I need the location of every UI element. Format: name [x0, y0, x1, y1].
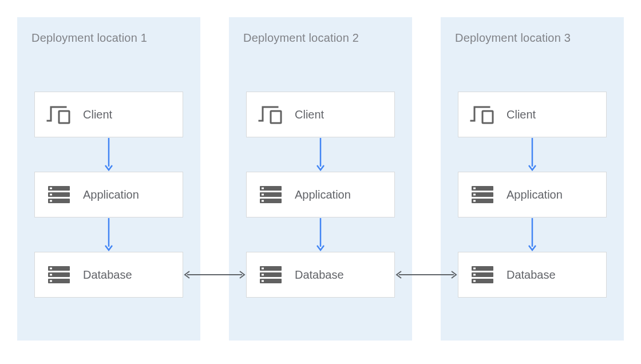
- server-icon: [470, 263, 495, 286]
- client-box: Client: [246, 92, 395, 137]
- svg-rect-35: [473, 188, 476, 189]
- svg-rect-36: [473, 194, 476, 196]
- panel-title: Deployment location 2: [243, 31, 359, 45]
- devices-icon: [46, 103, 72, 126]
- arrow-down-icon: [105, 218, 113, 251]
- server-icon: [46, 263, 72, 286]
- svg-rect-14: [50, 280, 52, 282]
- deployment-panel-1: Deployment location 1 Client A: [17, 17, 200, 341]
- svg-rect-13: [50, 274, 52, 276]
- svg-rect-22: [262, 200, 264, 202]
- application-box: Application: [246, 172, 395, 217]
- database-box: Database: [34, 252, 183, 298]
- svg-rect-6: [50, 194, 52, 196]
- database-label: Database: [507, 268, 556, 282]
- svg-rect-5: [50, 188, 52, 189]
- arrow-down-icon: [528, 138, 536, 171]
- database-label: Database: [83, 268, 132, 282]
- database-label: Database: [295, 268, 344, 282]
- svg-rect-42: [473, 268, 476, 270]
- svg-rect-44: [473, 280, 476, 282]
- arrow-down-icon: [316, 218, 325, 251]
- arrow-down-icon: [105, 138, 113, 171]
- application-box: Application: [458, 172, 607, 217]
- svg-rect-0: [59, 111, 69, 123]
- svg-rect-37: [473, 200, 476, 202]
- svg-rect-20: [262, 188, 264, 189]
- server-icon: [258, 263, 283, 286]
- svg-rect-29: [262, 280, 264, 282]
- client-label: Client: [507, 108, 536, 121]
- client-label: Client: [83, 108, 112, 121]
- arrow-down-icon: [528, 218, 536, 251]
- devices-icon: [470, 103, 495, 126]
- arrow-down-icon: [316, 138, 325, 171]
- application-label: Application: [295, 188, 351, 201]
- svg-rect-21: [262, 194, 264, 196]
- svg-rect-7: [50, 200, 52, 202]
- deployment-panel-2: Deployment location 2 Client A: [229, 17, 412, 341]
- application-label: Application: [507, 188, 563, 201]
- bidirectional-arrow-icon: [184, 271, 246, 279]
- application-box: Application: [34, 172, 183, 217]
- svg-rect-28: [262, 274, 264, 276]
- bidirectional-arrow-icon: [395, 271, 457, 279]
- client-box: Client: [458, 92, 607, 137]
- panel-title: Deployment location 3: [455, 31, 571, 45]
- svg-rect-30: [482, 111, 493, 123]
- server-icon: [470, 183, 495, 206]
- svg-rect-12: [50, 268, 52, 270]
- deployment-panel-3: Deployment location 3 Client A: [441, 17, 624, 341]
- server-icon: [46, 183, 72, 206]
- svg-rect-43: [473, 274, 476, 276]
- server-icon: [258, 183, 283, 206]
- application-label: Application: [83, 188, 139, 201]
- devices-icon: [258, 103, 283, 126]
- svg-rect-27: [262, 268, 264, 270]
- database-box: Database: [458, 252, 607, 298]
- svg-rect-15: [271, 111, 281, 123]
- client-box: Client: [34, 92, 183, 137]
- client-label: Client: [295, 108, 324, 121]
- panel-title: Deployment location 1: [31, 31, 147, 45]
- database-box: Database: [246, 252, 395, 298]
